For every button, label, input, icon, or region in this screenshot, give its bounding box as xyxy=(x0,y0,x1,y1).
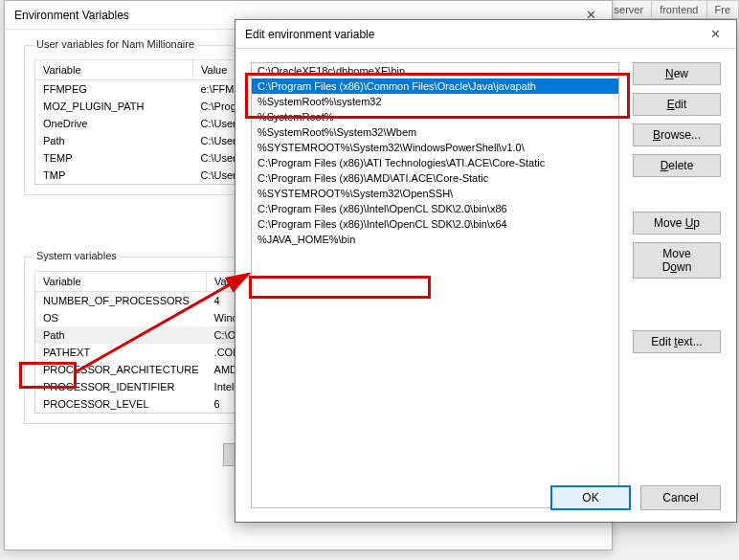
edit-button[interactable]: Edit xyxy=(633,93,721,116)
list-item[interactable]: %SystemRoot%\System32\Wbem xyxy=(252,124,618,140)
move-down-button[interactable]: Move Down xyxy=(633,242,721,279)
user-vars-label: User variables for Nam Millionaire xyxy=(33,38,198,50)
system-vars-label: System variables xyxy=(33,250,121,261)
ok-button[interactable]: OK xyxy=(550,485,631,510)
cancel-button[interactable]: Cancel xyxy=(640,485,721,510)
list-item-selected[interactable]: C:\Program Files (x86)\Common Files\Orac… xyxy=(252,78,618,94)
edit-text-button[interactable]: Edit text... xyxy=(633,330,721,353)
col-variable[interactable]: Variable xyxy=(35,272,207,292)
dialog-titlebar: Edit environment variable ✕ xyxy=(235,20,736,49)
list-item[interactable]: %SystemRoot% xyxy=(252,109,618,124)
bg-tab[interactable]: Fre xyxy=(707,0,740,19)
list-item[interactable]: %SystemRoot%\system32 xyxy=(252,94,618,109)
list-item[interactable]: %SYSTEMROOT%\System32\WindowsPowerShell\… xyxy=(252,140,618,155)
new-button[interactable]: New xyxy=(633,62,721,85)
path-listbox[interactable]: C:\OracleXE18c\dbhomeXE\bin C:\Program F… xyxy=(251,62,619,508)
browse-button[interactable]: Browse... xyxy=(633,123,721,146)
delete-button[interactable]: Delete xyxy=(633,154,721,177)
edit-variable-dialog: Edit environment variable ✕ C:\OracleXE1… xyxy=(235,19,737,523)
col-variable[interactable]: Variable xyxy=(35,60,193,80)
list-item[interactable]: C:\Program Files (x86)\Intel\OpenCL SDK\… xyxy=(252,216,618,232)
dialog-title: Environment Variables xyxy=(14,9,129,22)
move-up-button[interactable]: Move Up xyxy=(633,212,721,235)
dialog-title: Edit environment variable xyxy=(245,28,374,41)
list-item[interactable]: C:\OracleXE18c\dbhomeXE\bin xyxy=(252,63,618,78)
list-item[interactable]: %JAVA_HOME%\bin xyxy=(252,232,618,247)
bg-tab[interactable]: server xyxy=(607,0,653,19)
bg-tab[interactable]: frontend xyxy=(652,0,706,19)
close-icon[interactable]: ✕ xyxy=(694,20,736,47)
side-button-column: New Edit Browse... Delete Move Up Move D… xyxy=(633,62,721,508)
list-item[interactable]: C:\Program Files (x86)\Intel\OpenCL SDK\… xyxy=(252,201,618,216)
dialog-footer: OK Cancel xyxy=(550,485,721,510)
list-item[interactable]: C:\Program Files (x86)\ATI Technologies\… xyxy=(252,155,618,170)
list-item[interactable]: C:\Program Files (x86)\AMD\ATI.ACE\Core-… xyxy=(252,170,618,186)
list-item[interactable]: %SYSTEMROOT%\System32\OpenSSH\ xyxy=(252,186,618,201)
